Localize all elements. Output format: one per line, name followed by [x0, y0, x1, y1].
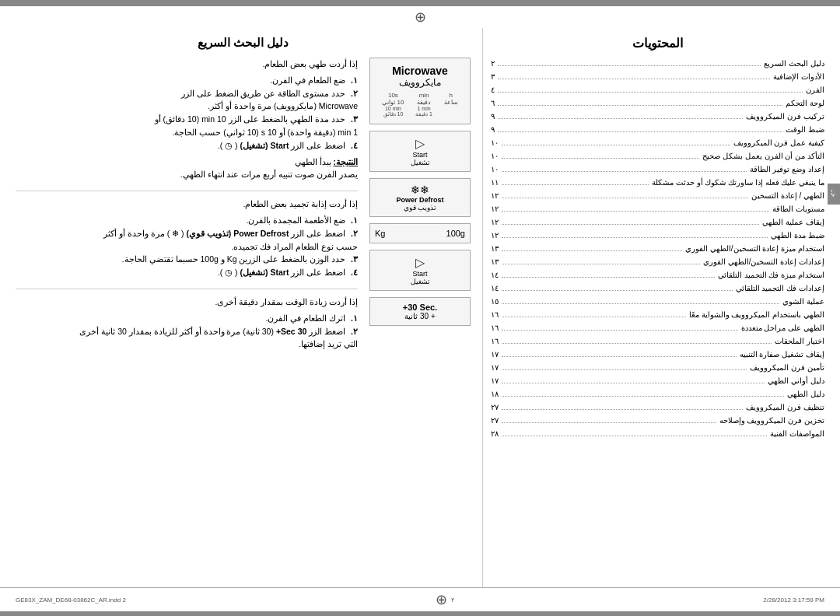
toc-item-dots	[502, 436, 767, 436]
toc-item-label: إعدادات إعادة التسخين/الطهي الفوري	[703, 255, 824, 268]
plus30-box[interactable]: +30 Sec. + 30 ثانية	[369, 297, 471, 326]
step1-2: ٢. حدد مستوى الطاقة عن طريق الضغط على ال…	[16, 87, 358, 114]
section2: إذا أردت إذابة تجميد بعض الطعام. ١. ضع ا…	[16, 198, 358, 279]
toc-item-dots	[498, 105, 782, 106]
toc-item-num: ٤	[491, 83, 495, 96]
toc-item: تنظيف فرن الميكروويف ٢٧	[491, 401, 824, 414]
toc-item-num: ٢٧	[491, 401, 499, 414]
page-header: ⊕	[0, 6, 840, 28]
device-panel: Microwave مايكروويف h ساعة min دقيقة 1 m…	[369, 58, 471, 360]
toc-item: تركيب فرن الميكروويف ٩	[491, 110, 824, 123]
toc-item-dots	[502, 343, 772, 344]
toc-item-num: ١٦	[491, 321, 499, 334]
toc-item-dots	[502, 184, 649, 185]
toc-item-num: ١٦	[491, 334, 499, 348]
toc-item-dots	[498, 79, 770, 79]
toc-item: لوحة التحكم ٦	[491, 96, 824, 110]
toc-item-label: الأدوات الإضافية	[773, 70, 824, 83]
time-h: h ساعة	[444, 92, 458, 117]
toc-item-dots	[502, 264, 700, 264]
toc-item-label: ما ينبغي عليك فعله إذا ساورتك شكوك أو حد…	[652, 176, 824, 189]
toc-item-dots	[498, 92, 803, 93]
toc-item-dots	[502, 158, 699, 159]
toc-item: كيفية عمل فرن الميكروويف ١٠	[491, 136, 824, 149]
guide-content: Microwave مايكروويف h ساعة min دقيقة 1 m…	[16, 58, 471, 360]
page-footer: GE83X_ZAM_DE68-03862C_AR.indd 2 ⊕ ٢ 2/28…	[0, 587, 840, 611]
main-content: المحتويات دليل البحث السريع ٢ الأدوات ال…	[0, 28, 840, 587]
toc-item: إيقاف عملية الطهي ١٢	[491, 215, 824, 229]
toc-item-dots	[502, 290, 733, 291]
toc-item: التأكد من أن الفرن يعمل بشكل صحيح ١٠	[491, 149, 824, 163]
instructions: إذا أردت طهي بعض الطعام. ١. ضع الطعام في…	[16, 58, 358, 360]
microwave-label-ar: مايكروويف	[376, 77, 464, 88]
power-defrost-box[interactable]: ❄❄ Power Defrost تذويب قوي	[369, 178, 471, 217]
toc-item-dots	[502, 171, 747, 172]
footer-center: ⊕ ٢	[436, 591, 454, 608]
separator-1	[16, 191, 358, 191]
toc-item: تأمين فرن الميكروويف ١٧	[491, 361, 824, 374]
guide-section: دليل البحث السريع Microwave مايكروويف h …	[0, 28, 482, 587]
toc-item-label: الفرن	[806, 83, 824, 96]
toc-item: إيقاف تشغيل صفارة التنبيه ١٧	[491, 348, 824, 361]
weight-box[interactable]: Kg 100g	[369, 223, 471, 243]
step2-3: ٣. حدد الوزن بالضغط على الزرين Kg و 100g…	[16, 253, 358, 266]
result-label: النتيجة:	[334, 157, 359, 166]
toc-item-num: ١٧	[491, 361, 499, 374]
section3: إذا أردت زيادة الوقت بمقدار دقيقة أخرى. …	[16, 296, 358, 351]
toc-item: دليل البحث السريع ٢	[491, 57, 824, 70]
toc-item-dots	[502, 303, 779, 304]
toc-item-label: دليل أواني الطهي	[768, 374, 824, 387]
section3-steps: ١. اترك الطعام في الفرن. ٢. اضغط الزر Se…	[16, 312, 358, 351]
toc-item-dots	[502, 198, 748, 198]
toc-item: الفرن ٤	[491, 83, 824, 96]
toc-item: الطهي باستخدام الميكروويف والشواية معًا …	[491, 308, 824, 321]
section2-intro: إذا أردت إذابة تجميد بعض الطعام.	[16, 198, 358, 211]
time-display: h ساعة min دقيقة 1 min 1 دقيقة 10s	[376, 92, 464, 117]
toc-item-num: ١٣	[491, 242, 499, 255]
toc-item: إعداد وضع توفير الطاقة ١٠	[491, 163, 824, 176]
defrost-label-en: Power Defrost	[375, 196, 465, 204]
toc-item: الأدوات الإضافية ٣	[491, 70, 824, 83]
section1: إذا أردت طهي بعض الطعام. ١. ضع الطعام في…	[16, 58, 358, 181]
step2-1: ١. ضع الأطعمة المجمدة بالفرن.	[16, 214, 358, 227]
toc-item-num: ١٠	[491, 149, 499, 163]
toc-item-dots	[502, 409, 743, 410]
toc-item-label: دليل البحث السريع	[764, 57, 824, 70]
toc-item: دليل الطهي ١٨	[491, 387, 824, 401]
toc-item-dots	[502, 356, 737, 357]
toc-item-label: تخزين فرن الميكروويف وإصلاحه	[719, 414, 824, 427]
toc-item-num: ٢	[491, 57, 495, 70]
side-tab: جـ	[828, 184, 840, 205]
toc-item-label: استخدام ميزة فك التجميد التلقائي	[718, 268, 824, 282]
toc-item-label: تنظيف فرن الميكروويف	[746, 401, 824, 414]
toc-item: استخدام ميزة إعادة التسخين/الطهي الفوري …	[491, 242, 824, 255]
toc-item-num: ١٧	[491, 374, 499, 387]
start-button-2[interactable]: ▷ Start تشغيل	[369, 250, 471, 291]
toc-item: إعدادات فك التجميد التلقائي ١٤	[491, 282, 824, 295]
toc-item-dots	[502, 250, 682, 251]
step3-1: ١. اترك الطعام في الفرن.	[16, 312, 358, 325]
compass-icon-top: ⊕	[415, 9, 426, 26]
toc-item-label: عملية الشوي	[782, 295, 824, 308]
defrost-label-ar: تذويب قوي	[375, 204, 465, 212]
toc-item-num: ٩	[491, 123, 495, 136]
toc-item-num: ١٢	[491, 215, 499, 229]
toc-item-label: دليل الطهي	[787, 387, 824, 401]
toc-item-label: مستويات الطاقة	[772, 202, 824, 215]
toc-item-dots	[498, 131, 782, 132]
start-button-1[interactable]: ▷ Start تشغيل	[369, 131, 471, 172]
toc-item-num: ٩	[491, 110, 495, 123]
toc-item-num: ١٤	[491, 282, 499, 295]
page: ⊕ المحتويات دليل البحث السريع ٢ الأدوات …	[0, 0, 840, 616]
toc-item-label: إعداد وضع توفير الطاقة	[750, 163, 824, 176]
separator-2	[16, 289, 358, 289]
section1-intro: إذا أردت طهي بعض الطعام.	[16, 58, 358, 71]
toc-item-num: ٦	[491, 96, 495, 110]
start-label-en-2: Start	[375, 270, 465, 278]
toc-item: إعدادات إعادة التسخين/الطهي الفوري ١٣	[491, 255, 824, 268]
toc-item: استخدام ميزة فك التجميد التلقائي ١٤	[491, 268, 824, 282]
weight-kg-label: Kg	[375, 229, 385, 238]
toc-item-label: تركيب فرن الميكروويف	[746, 110, 824, 123]
step1-3: ٣. حدد مدة الطهي بالضغط على الزر 10 min …	[16, 113, 358, 139]
toc-item-label: إيقاف عملية الطهي	[762, 215, 824, 229]
